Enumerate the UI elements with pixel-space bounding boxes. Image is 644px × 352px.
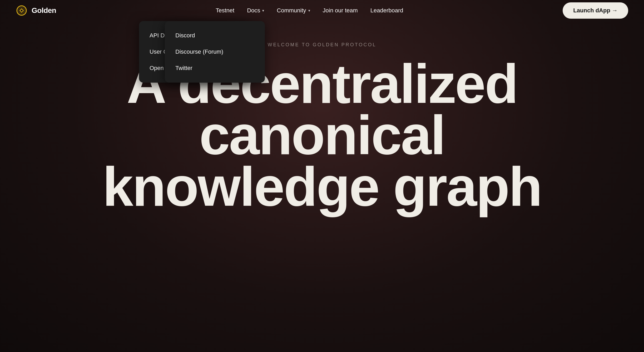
hero-section: WELCOME TO GOLDEN PROTOCOL A decentraliz…	[0, 21, 644, 212]
dropdown-discourse[interactable]: Discourse (Forum)	[165, 44, 265, 60]
logo-area: Golden	[16, 5, 56, 16]
dropdown-discord[interactable]: Discord	[165, 27, 265, 44]
nav-join-team[interactable]: Join our team	[323, 7, 358, 14]
nav-docs[interactable]: Docs ▾	[247, 7, 264, 14]
golden-logo-icon	[16, 5, 27, 16]
navbar: Golden Testnet Docs ▾ Community ▾ Join o…	[0, 0, 644, 21]
community-dropdown[interactable]: Discord Discourse (Forum) Twitter	[165, 21, 265, 83]
nav-testnet[interactable]: Testnet	[216, 7, 234, 14]
navbar-cta: Launch dApp →	[563, 2, 628, 19]
nav-links: Testnet Docs ▾ Community ▾ Join our team…	[216, 7, 403, 14]
nav-leaderboard[interactable]: Leaderboard	[370, 7, 403, 14]
launch-dapp-button[interactable]: Launch dApp →	[563, 2, 628, 19]
community-chevron-icon: ▾	[308, 8, 310, 13]
docs-chevron-icon: ▾	[262, 8, 264, 13]
welcome-label: WELCOME TO GOLDEN PROTOCOL	[267, 42, 376, 48]
nav-community[interactable]: Community ▾	[277, 7, 310, 14]
dropdown-twitter[interactable]: Twitter	[165, 60, 265, 76]
hero-title-line2: canonical	[103, 109, 542, 161]
hero-title-line3: knowledge graph	[103, 161, 542, 212]
svg-point-1	[21, 9, 23, 12]
brand-name[interactable]: Golden	[32, 6, 56, 15]
